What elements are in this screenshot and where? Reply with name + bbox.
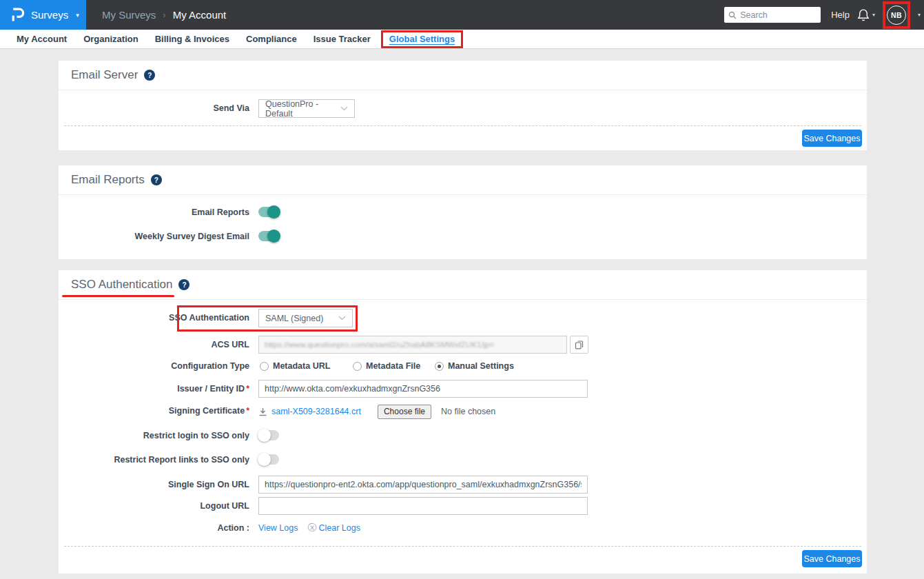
certificate-file-link[interactable]: saml-X509-3281644.crt bbox=[271, 407, 361, 416]
single-sign-on-url-row: Single Sign On URL bbox=[59, 476, 867, 494]
sso-authentication-section: SSO Authentication ? SSO Authentication … bbox=[59, 270, 867, 573]
send-via-value: QuestionPro - Default bbox=[265, 99, 340, 119]
radio-manual-settings[interactable]: Manual Settings bbox=[435, 361, 514, 371]
tab-billing-invoices[interactable]: Billing & Invoices bbox=[147, 30, 238, 48]
questionpro-logo-icon bbox=[10, 6, 25, 23]
view-logs-link[interactable]: View Logs bbox=[258, 523, 298, 533]
product-menu-label: Surveys bbox=[31, 9, 68, 21]
breadcrumb-my-surveys[interactable]: My Surveys bbox=[102, 9, 156, 21]
chevron-down-icon: ▾ bbox=[872, 12, 875, 18]
chevron-down-icon: ▾ bbox=[918, 12, 921, 18]
navbar-left: Surveys ▾ My Surveys › My Account bbox=[0, 0, 226, 30]
required-marker: * bbox=[246, 384, 249, 394]
breadcrumb-separator-icon: › bbox=[163, 10, 165, 20]
choose-file-button[interactable]: Choose file bbox=[378, 405, 431, 419]
section-title: SSO Authentication bbox=[71, 278, 172, 292]
radio-metadata-url[interactable]: Metadata URL bbox=[260, 361, 330, 371]
restrict-report-links-toggle[interactable] bbox=[258, 454, 279, 465]
action-label: Action : bbox=[59, 522, 249, 534]
single-sign-on-url-input[interactable] bbox=[258, 476, 588, 494]
save-changes-button[interactable]: Save Changes bbox=[802, 130, 862, 147]
breadcrumb: My Surveys › My Account bbox=[102, 9, 226, 21]
sso-auth-label: SSO Authentication bbox=[59, 309, 249, 327]
avatar[interactable]: NB bbox=[887, 6, 906, 25]
navbar-right: Help ▾ NB ▾ bbox=[724, 0, 924, 30]
sso-auth-value: SAML (Signed) bbox=[265, 314, 323, 323]
tab-organization[interactable]: Organization bbox=[75, 30, 146, 48]
sso-header: SSO Authentication ? bbox=[59, 270, 867, 300]
breadcrumb-my-account: My Account bbox=[173, 9, 227, 21]
section-title: Email Server bbox=[71, 68, 138, 82]
notifications-menu[interactable]: ▾ bbox=[857, 8, 875, 22]
signing-certificate-label: Signing Certificate* bbox=[59, 404, 249, 418]
sso-auth-select[interactable]: SAML (Signed) bbox=[258, 309, 353, 327]
weekly-digest-toggle[interactable] bbox=[258, 231, 279, 241]
email-reports-section: Email Reports ? Email Reports Weekly Sur… bbox=[59, 165, 867, 259]
acs-url-value: https://www.questionpro.com/a/saml2/uZha… bbox=[265, 341, 494, 349]
logout-url-label: Logout URL bbox=[59, 497, 249, 515]
email-reports-toggle[interactable] bbox=[258, 207, 279, 217]
section-title: Email Reports bbox=[71, 173, 145, 187]
chevron-down-icon: ▾ bbox=[76, 12, 79, 19]
single-sign-on-url-label: Single Sign On URL bbox=[59, 476, 249, 494]
send-via-row: Send Via QuestionPro - Default bbox=[59, 99, 867, 118]
configuration-type-label: Configuration Type bbox=[59, 361, 249, 371]
email-server-header: Email Server ? bbox=[59, 61, 867, 90]
product-switcher[interactable]: Surveys ▾ bbox=[0, 0, 86, 30]
divider bbox=[64, 125, 861, 126]
search-box[interactable] bbox=[724, 7, 821, 23]
radio-icon[interactable] bbox=[353, 362, 362, 371]
restrict-login-toggle[interactable] bbox=[258, 430, 279, 440]
radio-label: Metadata URL bbox=[273, 361, 330, 371]
email-server-section: Email Server ? Send Via QuestionPro - De… bbox=[59, 61, 867, 150]
acs-url-row: ACS URL https://www.questionpro.com/a/sa… bbox=[59, 336, 867, 354]
restrict-report-links-row: Restrict Report links to SSO only bbox=[59, 454, 867, 466]
no-file-chosen-text: No file chosen bbox=[441, 407, 495, 416]
help-icon[interactable]: ? bbox=[144, 70, 155, 81]
logout-url-input[interactable] bbox=[258, 497, 588, 515]
logout-url-row: Logout URL bbox=[59, 497, 867, 515]
annotation-avatar-red-box: NB bbox=[883, 1, 910, 29]
tab-issue-tracker[interactable]: Issue Tracker bbox=[305, 30, 379, 48]
email-reports-header: Email Reports ? bbox=[59, 165, 867, 195]
tab-my-account[interactable]: My Account bbox=[8, 30, 75, 48]
action-row: Action : View Logs ⓧ Clear Logs bbox=[59, 522, 867, 534]
issuer-entity-label: Issuer / Entity ID* bbox=[59, 380, 249, 398]
radio-icon[interactable] bbox=[260, 362, 269, 371]
acs-url-input: https://www.questionpro.com/a/saml2/uZha… bbox=[258, 336, 567, 354]
chevron-down-icon bbox=[340, 106, 348, 111]
top-navbar: Surveys ▾ My Surveys › My Account Help ▾… bbox=[0, 0, 924, 30]
restrict-login-row: Restrict login to SSO only bbox=[59, 430, 867, 442]
divider bbox=[64, 546, 861, 547]
email-reports-toggle-row: Email Reports bbox=[59, 207, 867, 219]
copy-button[interactable] bbox=[570, 336, 588, 354]
chevron-down-icon bbox=[338, 316, 346, 321]
signing-certificate-row: Signing Certificate* saml-X509-3281644.c… bbox=[59, 404, 867, 419]
tab-global-settings[interactable]: Global Settings bbox=[381, 30, 463, 48]
clear-logs-link[interactable]: Clear Logs bbox=[318, 523, 360, 533]
send-via-select[interactable]: QuestionPro - Default bbox=[258, 99, 355, 118]
help-icon[interactable]: ? bbox=[151, 174, 162, 185]
copy-icon bbox=[575, 340, 584, 349]
radio-metadata-file[interactable]: Metadata File bbox=[353, 361, 420, 371]
radio-label: Manual Settings bbox=[448, 361, 514, 371]
account-tab-bar: My Account Organization Billing & Invoic… bbox=[0, 30, 924, 49]
weekly-digest-toggle-label: Weekly Survey Digest Email bbox=[59, 231, 249, 242]
search-input[interactable] bbox=[740, 10, 817, 20]
annotation-red-underline bbox=[62, 295, 174, 297]
restrict-login-label: Restrict login to SSO only bbox=[59, 430, 249, 441]
email-reports-toggle-label: Email Reports bbox=[59, 207, 249, 218]
radio-icon[interactable] bbox=[435, 362, 444, 371]
tab-compliance[interactable]: Compliance bbox=[238, 30, 305, 48]
help-icon[interactable]: ? bbox=[178, 279, 189, 290]
acs-url-label: ACS URL bbox=[59, 336, 249, 354]
sso-auth-row: SSO Authentication SAML (Signed) bbox=[59, 309, 867, 327]
help-link[interactable]: Help bbox=[831, 10, 850, 20]
issuer-entity-input[interactable] bbox=[258, 380, 588, 398]
issuer-entity-row: Issuer / Entity ID* bbox=[59, 380, 867, 398]
save-changes-button[interactable]: Save Changes bbox=[802, 550, 862, 567]
bell-icon bbox=[857, 8, 870, 22]
weekly-digest-toggle-row: Weekly Survey Digest Email bbox=[59, 231, 867, 243]
download-icon bbox=[258, 407, 267, 416]
send-via-label: Send Via bbox=[59, 99, 249, 118]
